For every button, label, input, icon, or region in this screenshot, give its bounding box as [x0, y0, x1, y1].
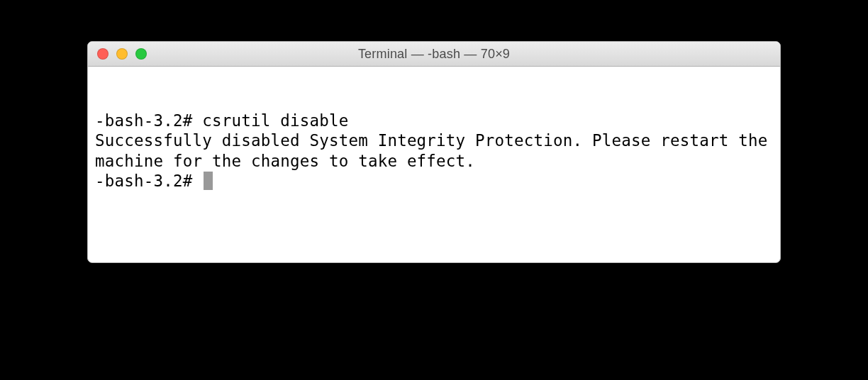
shell-prompt: -bash-3.2# [95, 111, 202, 130]
terminal-window: Terminal — -bash — 70×9 -bash-3.2# csrut… [87, 41, 781, 263]
minimize-icon[interactable] [116, 48, 128, 60]
terminal-output: Successfully disabled System Integrity P… [95, 130, 773, 170]
shell-command: csrutil disable [202, 111, 348, 130]
cursor-icon [204, 172, 213, 190]
terminal-content[interactable]: -bash-3.2# csrutil disableSuccessfully d… [88, 67, 780, 235]
close-icon[interactable] [97, 48, 108, 60]
titlebar[interactable]: Terminal — -bash — 70×9 [88, 42, 780, 67]
terminal-line: -bash-3.2# csrutil disable [95, 111, 773, 130]
zoom-icon[interactable] [135, 48, 147, 60]
window-title: Terminal — -bash — 70×9 [88, 47, 780, 62]
shell-prompt: -bash-3.2# [95, 171, 202, 191]
terminal-line: -bash-3.2# [95, 171, 773, 191]
traffic-lights [88, 48, 147, 60]
